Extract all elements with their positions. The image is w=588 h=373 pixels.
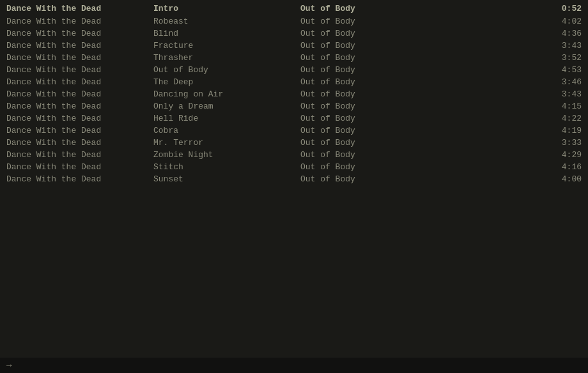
arrow-icon: → [6, 360, 12, 370]
track-artist: Dance With the Dead [6, 138, 153, 148]
track-album: Out of Body [300, 53, 543, 63]
track-artist: Dance With the Dead [6, 102, 153, 111]
track-duration: 3:33 [543, 138, 582, 148]
track-title: Fracture [153, 41, 300, 50]
track-title: Only a Dream [153, 102, 300, 111]
track-artist: Dance With the Dead [6, 53, 153, 63]
header-duration: 0:52 [543, 4, 582, 13]
track-album: Out of Body [300, 89, 543, 99]
table-row[interactable]: Dance With the DeadFractureOut of Body3:… [0, 40, 588, 52]
track-album: Out of Body [300, 150, 543, 160]
track-title: Mr. Terror [153, 138, 300, 148]
track-album: Out of Body [300, 65, 543, 75]
track-album: Out of Body [300, 29, 543, 38]
track-artist: Dance With the Dead [6, 162, 153, 172]
track-artist: Dance With the Dead [6, 114, 153, 123]
track-title: Dancing on Air [153, 89, 300, 99]
track-title: Out of Body [153, 65, 300, 75]
track-title: The Deep [153, 77, 300, 87]
track-title: Stitch [153, 162, 300, 172]
track-duration: 4:02 [543, 17, 582, 26]
track-album: Out of Body [300, 17, 543, 26]
table-row[interactable]: Dance With the DeadOut of BodyOut of Bod… [0, 64, 588, 76]
track-duration: 4:00 [543, 174, 582, 184]
track-artist: Dance With the Dead [6, 89, 153, 99]
track-duration: 3:52 [543, 53, 582, 63]
track-artist: Dance With the Dead [6, 174, 153, 184]
track-album: Out of Body [300, 126, 543, 135]
track-duration: 4:15 [543, 102, 582, 111]
track-album: Out of Body [300, 41, 543, 50]
header-title: Intro [153, 4, 300, 13]
header-album: Out of Body [300, 4, 543, 13]
track-duration: 4:36 [543, 29, 582, 38]
table-row[interactable]: Dance With the DeadCobraOut of Body4:19 [0, 125, 588, 137]
track-artist: Dance With the Dead [6, 17, 153, 26]
track-duration: 4:29 [543, 150, 582, 160]
track-duration: 4:19 [543, 126, 582, 135]
bottom-bar: → [0, 358, 588, 373]
table-row[interactable]: Dance With the DeadHell RideOut of Body4… [0, 112, 588, 125]
track-artist: Dance With the Dead [6, 77, 153, 87]
track-duration: 4:53 [543, 65, 582, 75]
track-duration: 3:43 [543, 41, 582, 50]
track-duration: 4:22 [543, 114, 582, 123]
track-album: Out of Body [300, 114, 543, 123]
track-duration: 4:16 [543, 162, 582, 172]
track-artist: Dance With the Dead [6, 126, 153, 135]
table-row[interactable]: Dance With the DeadThrasherOut of Body3:… [0, 52, 588, 64]
track-album: Out of Body [300, 102, 543, 111]
track-album: Out of Body [300, 138, 543, 148]
table-row[interactable]: Dance With the DeadDancing on AirOut of … [0, 88, 588, 100]
track-title: Blind [153, 29, 300, 38]
table-row[interactable]: Dance With the DeadOnly a DreamOut of Bo… [0, 100, 588, 112]
track-list: Dance With the Dead Intro Out of Body 0:… [0, 0, 588, 188]
track-album: Out of Body [300, 174, 543, 184]
table-row[interactable]: Dance With the DeadMr. TerrorOut of Body… [0, 137, 588, 149]
table-row[interactable]: Dance With the DeadZombie NightOut of Bo… [0, 149, 588, 161]
track-title: Sunset [153, 174, 300, 184]
table-row[interactable]: Dance With the DeadThe DeepOut of Body3:… [0, 76, 588, 88]
track-artist: Dance With the Dead [6, 41, 153, 50]
track-title: Hell Ride [153, 114, 300, 123]
track-duration: 3:46 [543, 77, 582, 87]
track-title: Zombie Night [153, 150, 300, 160]
header-artist: Dance With the Dead [6, 4, 153, 13]
track-artist: Dance With the Dead [6, 65, 153, 75]
track-album: Out of Body [300, 77, 543, 87]
table-row[interactable]: Dance With the DeadRobeastOut of Body4:0… [0, 15, 588, 27]
track-title: Cobra [153, 126, 300, 135]
table-row[interactable]: Dance With the DeadBlindOut of Body4:36 [0, 27, 588, 40]
track-duration: 3:43 [543, 89, 582, 99]
track-list-header: Dance With the Dead Intro Out of Body 0:… [0, 3, 588, 15]
table-row[interactable]: Dance With the DeadSunsetOut of Body4:00 [0, 173, 588, 185]
track-title: Thrasher [153, 53, 300, 63]
track-title: Robeast [153, 17, 300, 26]
track-artist: Dance With the Dead [6, 29, 153, 38]
track-artist: Dance With the Dead [6, 150, 153, 160]
table-row[interactable]: Dance With the DeadStitchOut of Body4:16 [0, 161, 588, 173]
track-album: Out of Body [300, 162, 543, 172]
